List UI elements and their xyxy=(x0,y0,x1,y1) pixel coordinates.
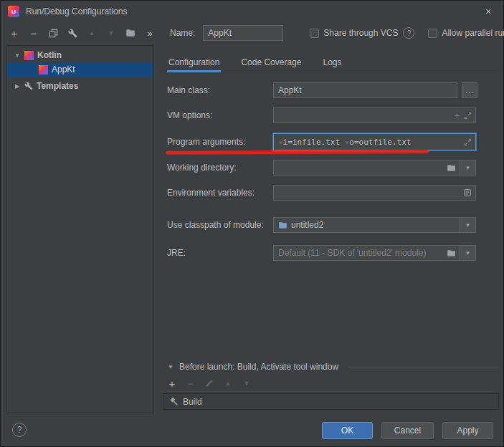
program-arguments-field[interactable] xyxy=(273,133,476,150)
vm-options-input[interactable] xyxy=(274,110,454,120)
share-vcs-label: Share through VCS xyxy=(323,28,398,38)
chevron-down-icon: ▼ xyxy=(465,250,471,256)
tree-item-label: AppKt xyxy=(52,64,75,74)
kotlin-icon xyxy=(39,65,48,74)
chevron-down-icon[interactable]: ▼ xyxy=(14,52,21,59)
configurations-tree: ▼ Kotlin AppKt ▶ Templates xyxy=(6,45,154,413)
working-directory-dropdown-button[interactable]: ▼ xyxy=(460,160,475,175)
classpath-module-value: untitled2 xyxy=(291,220,323,230)
tree-item-appkt[interactable]: AppKt xyxy=(7,62,153,77)
task-up-button[interactable]: ▲ xyxy=(222,377,234,390)
arrow-down-icon: ▼ xyxy=(108,29,115,37)
expand-icon[interactable] xyxy=(464,112,472,120)
add-icon: + xyxy=(169,378,176,390)
before-launch-title: Before launch: Build, Activate tool wind… xyxy=(179,362,338,372)
working-directory-input[interactable] xyxy=(274,163,447,173)
classpath-module-select[interactable]: untitled2 ▼ xyxy=(273,217,476,233)
kotlin-icon xyxy=(24,51,34,60)
remove-icon: − xyxy=(31,27,37,39)
vm-options-label: VM options: xyxy=(167,107,212,123)
task-label: Build xyxy=(183,397,202,407)
jre-dropdown-button[interactable]: ▼ xyxy=(460,246,475,260)
intellij-logo-icon: IJ xyxy=(8,6,19,17)
intellij-logo-text: IJ xyxy=(11,9,16,14)
folder-icon[interactable] xyxy=(447,163,456,173)
help-button[interactable]: ? xyxy=(12,423,27,437)
move-up-button[interactable]: ▲ xyxy=(84,25,100,41)
cancel-button[interactable]: Cancel xyxy=(381,422,434,439)
classpath-dropdown-button[interactable]: ▼ xyxy=(460,218,475,232)
close-icon: × xyxy=(485,6,491,17)
chevron-down-icon: ▼ xyxy=(465,222,471,229)
ellipsis-icon: ... xyxy=(465,86,474,95)
tree-item-templates[interactable]: ▶ Templates xyxy=(7,79,153,93)
apply-button[interactable]: Apply xyxy=(442,422,493,439)
main-class-label: Main class: xyxy=(167,82,210,98)
env-variables-browse-icon[interactable] xyxy=(463,188,472,197)
environment-variables-input[interactable] xyxy=(274,188,463,198)
before-launch-header[interactable]: ▼ Before launch: Build, Activate tool wi… xyxy=(167,361,499,372)
tab-code-coverage[interactable]: Code Coverage xyxy=(239,54,303,72)
chevron-right-icon[interactable]: ▶ xyxy=(14,83,21,90)
checkbox-box-icon xyxy=(310,29,319,38)
dialog-title: Run/Debug Configurations xyxy=(26,6,127,16)
pencil-icon xyxy=(205,379,214,388)
tree-item-kotlin[interactable]: ▼ Kotlin xyxy=(7,48,153,62)
main-class-field[interactable] xyxy=(273,82,457,98)
allow-parallel-label: Allow parallel run xyxy=(442,28,504,38)
ok-button[interactable]: OK xyxy=(322,422,373,439)
module-icon xyxy=(278,221,287,230)
tab-logs[interactable]: Logs xyxy=(321,54,343,72)
wrench-icon xyxy=(24,82,33,90)
run-debug-configurations-dialog: IJ Run/Debug Configurations × + − ▲ ▼ xyxy=(0,0,504,447)
tab-configuration[interactable]: Configuration xyxy=(167,54,221,72)
more-actions-button[interactable]: » xyxy=(142,25,158,41)
task-down-button[interactable]: ▼ xyxy=(240,377,253,390)
allow-parallel-checkbox[interactable]: Allow parallel run xyxy=(428,28,504,38)
red-underline-annotation xyxy=(166,150,429,155)
add-configuration-button[interactable]: + xyxy=(6,25,22,41)
move-to-folder-button[interactable] xyxy=(123,25,138,41)
close-button[interactable]: × xyxy=(482,5,495,18)
arrow-down-icon: ▼ xyxy=(244,380,250,387)
config-tabs: Configuration Code Coverage Logs xyxy=(160,54,499,72)
arrow-up-icon: ▲ xyxy=(89,29,95,37)
add-icon: + xyxy=(11,27,18,39)
add-icon[interactable]: + xyxy=(454,110,460,121)
divider xyxy=(348,367,499,367)
tree-item-label: Templates xyxy=(37,81,78,91)
expand-icon[interactable] xyxy=(464,138,472,146)
build-task-row[interactable]: Build xyxy=(163,394,498,409)
vm-options-field[interactable]: + xyxy=(273,107,476,123)
vcs-help-icon[interactable]: ? xyxy=(403,27,414,39)
environment-variables-field[interactable] xyxy=(273,185,476,201)
folder-icon[interactable] xyxy=(447,249,456,258)
add-task-button[interactable]: + xyxy=(166,377,179,390)
share-vcs-checkbox[interactable]: Share through VCS xyxy=(310,28,398,38)
remove-icon: − xyxy=(188,378,194,390)
remove-task-button[interactable]: − xyxy=(184,377,197,390)
arrow-up-icon: ▲ xyxy=(225,380,232,387)
edit-templates-button[interactable] xyxy=(65,25,80,41)
name-input[interactable] xyxy=(203,25,283,41)
remove-configuration-button[interactable]: − xyxy=(26,25,42,41)
chevron-down-icon: ▼ xyxy=(465,165,471,171)
checkbox-box-icon xyxy=(428,29,437,38)
chevron-down-icon[interactable]: ▼ xyxy=(167,364,174,370)
jre-value: Default (11 - SDK of 'untitled2' module) xyxy=(274,248,447,258)
working-directory-label: Working directory: xyxy=(167,160,236,176)
move-down-button[interactable]: ▼ xyxy=(103,25,119,41)
hammer-icon xyxy=(169,397,179,406)
environment-variables-label: Environment variables: xyxy=(167,185,255,201)
configuration-panel: Configuration Code Coverage Logs Main cl… xyxy=(160,45,499,413)
browse-main-class-button[interactable]: ... xyxy=(462,82,477,98)
main-class-input[interactable] xyxy=(274,85,457,95)
config-toolbar: + − ▲ ▼ » Name: xyxy=(6,22,499,44)
edit-task-button[interactable] xyxy=(203,377,216,390)
program-arguments-input[interactable] xyxy=(274,138,464,147)
working-directory-field[interactable]: ▼ xyxy=(273,160,476,176)
jre-select[interactable]: Default (11 - SDK of 'untitled2' module)… xyxy=(273,245,476,261)
copy-configuration-button[interactable] xyxy=(45,25,61,41)
wrench-icon xyxy=(68,29,77,38)
question-mark-glyph: ? xyxy=(407,29,412,37)
